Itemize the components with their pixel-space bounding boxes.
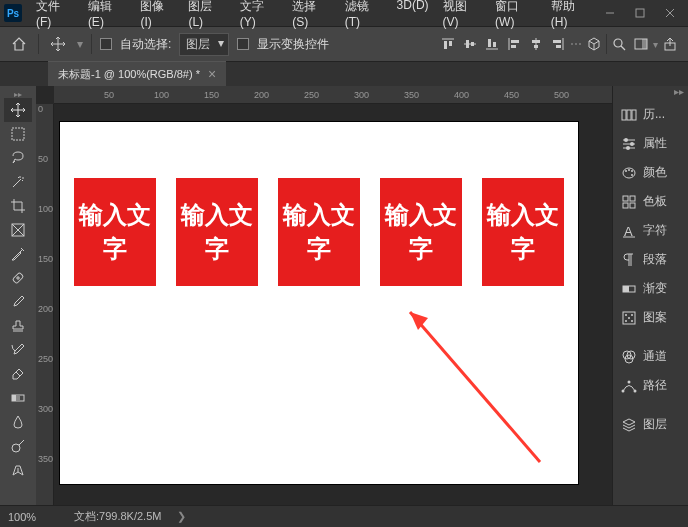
- panel-color[interactable]: 颜色: [613, 158, 688, 187]
- svg-point-64: [625, 314, 627, 316]
- align-left-icon[interactable]: [504, 34, 524, 54]
- maximize-button[interactable]: [626, 3, 654, 23]
- magic-wand-tool[interactable]: [4, 170, 32, 194]
- svg-rect-11: [488, 39, 491, 47]
- menu-layer[interactable]: 图层(L): [182, 0, 231, 32]
- show-transform-checkbox[interactable]: [237, 38, 249, 50]
- crop-tool[interactable]: [4, 194, 32, 218]
- dodge-tool[interactable]: [4, 434, 32, 458]
- document-tab[interactable]: 未标题-1 @ 100%(RGB/8#) * ×: [48, 61, 226, 86]
- tab-title: 未标题-1 @ 100%(RGB/8#) *: [58, 67, 200, 82]
- svg-rect-41: [622, 110, 626, 120]
- toolbox-handle[interactable]: ▸▸: [8, 90, 28, 98]
- svg-rect-21: [556, 45, 561, 48]
- home-icon[interactable]: [8, 33, 30, 55]
- blur-tool[interactable]: [4, 410, 32, 434]
- panel-channels[interactable]: 通道: [613, 342, 688, 371]
- svg-rect-17: [532, 40, 540, 43]
- text-box-4[interactable]: 输入文字: [380, 178, 462, 286]
- menu-type[interactable]: 文字(Y): [234, 0, 285, 32]
- app-logo: Ps: [4, 4, 22, 22]
- panel-history[interactable]: 历...: [613, 100, 688, 129]
- panel-dock: ▸▸ 历... 属性 颜色 色板 A字符 段落 渐变 图案 通道 路径 图层: [612, 86, 688, 505]
- show-transform-label: 显示变换控件: [257, 36, 329, 53]
- menu-view[interactable]: 视图(V): [437, 0, 488, 32]
- frame-tool[interactable]: [4, 218, 32, 242]
- menu-help[interactable]: 帮助(H): [545, 0, 596, 32]
- menu-3d[interactable]: 3D(D): [391, 0, 435, 32]
- svg-point-51: [625, 170, 627, 172]
- panel-pattern[interactable]: 图案: [613, 303, 688, 332]
- svg-rect-43: [632, 110, 636, 120]
- menu-bar: 文件(F) 编辑(E) 图像(I) 图层(L) 文字(Y) 选择(S) 滤镜(T…: [30, 0, 596, 32]
- panel-swatches[interactable]: 色板: [613, 187, 688, 216]
- tab-close-icon[interactable]: ×: [208, 66, 216, 82]
- close-button[interactable]: [656, 3, 684, 23]
- minimize-button[interactable]: [596, 3, 624, 23]
- svg-rect-42: [627, 110, 631, 120]
- workspace-icon[interactable]: [631, 34, 651, 54]
- text-box-1[interactable]: 输入文字: [74, 178, 156, 286]
- history-brush-tool[interactable]: [4, 338, 32, 362]
- lasso-tool[interactable]: [4, 146, 32, 170]
- text-box-3[interactable]: 输入文字: [278, 178, 360, 286]
- svg-rect-36: [16, 395, 20, 401]
- brush-tool[interactable]: [4, 290, 32, 314]
- stamp-tool[interactable]: [4, 314, 32, 338]
- svg-rect-56: [630, 196, 635, 201]
- svg-point-54: [631, 174, 633, 176]
- align-top-icon[interactable]: [438, 34, 458, 54]
- align-vcenter-icon[interactable]: [460, 34, 480, 54]
- panel-layers[interactable]: 图层: [613, 410, 688, 439]
- panel-character[interactable]: A字符: [613, 216, 688, 245]
- marquee-tool[interactable]: [4, 122, 32, 146]
- zoom-level[interactable]: 100%: [8, 511, 58, 523]
- svg-point-53: [631, 170, 633, 172]
- svg-point-74: [628, 380, 631, 383]
- move-tool[interactable]: [4, 98, 32, 122]
- menu-window[interactable]: 窗口(W): [489, 0, 543, 32]
- eraser-tool[interactable]: [4, 362, 32, 386]
- window-controls: [596, 3, 684, 23]
- ruler-vertical: 0 50 100 150 200 250 300 350: [36, 104, 54, 505]
- panel-gradient[interactable]: 渐变: [613, 274, 688, 303]
- panel-paths[interactable]: 路径: [613, 371, 688, 400]
- menu-edit[interactable]: 编辑(E): [82, 0, 133, 32]
- doc-info: 文档:799.8K/2.5M: [74, 509, 161, 524]
- panel-properties[interactable]: 属性: [613, 129, 688, 158]
- svg-rect-58: [630, 203, 635, 208]
- gradient-tool[interactable]: [4, 386, 32, 410]
- canvas[interactable]: 输入文字 输入文字 输入文字 输入文字 输入文字: [60, 122, 578, 484]
- menu-image[interactable]: 图像(I): [134, 0, 180, 32]
- status-chevron-icon[interactable]: ❯: [177, 510, 186, 523]
- align-bottom-icon[interactable]: [482, 34, 502, 54]
- text-box-5[interactable]: 输入文字: [482, 178, 564, 286]
- auto-select-dropdown[interactable]: 图层: [179, 33, 229, 56]
- healing-tool[interactable]: [4, 266, 32, 290]
- svg-rect-25: [642, 39, 647, 49]
- panel-collapse-handle[interactable]: ▸▸: [613, 86, 688, 100]
- search-icon[interactable]: [609, 34, 629, 54]
- share-icon[interactable]: [660, 34, 680, 54]
- workspace: ▸▸ 0 50 100 150 200 250 300 350 50 100: [0, 86, 688, 505]
- align-right-icon[interactable]: [548, 34, 568, 54]
- canvas-viewport[interactable]: 输入文字 输入文字 输入文字 输入文字 输入文字: [36, 104, 612, 505]
- svg-rect-5: [444, 41, 447, 49]
- align-hcenter-icon[interactable]: [526, 34, 546, 54]
- mode-3d-icon[interactable]: [584, 34, 604, 54]
- auto-select-checkbox[interactable]: [100, 38, 112, 50]
- menu-file[interactable]: 文件(F): [30, 0, 80, 32]
- svg-point-52: [628, 169, 630, 171]
- menu-filter[interactable]: 滤镜(T): [339, 0, 389, 32]
- svg-point-66: [628, 317, 630, 319]
- pen-tool[interactable]: [4, 458, 32, 482]
- svg-point-22: [614, 39, 622, 47]
- text-box-2[interactable]: 输入文字: [176, 178, 258, 286]
- menu-select[interactable]: 选择(S): [286, 0, 337, 32]
- eyedropper-tool[interactable]: [4, 242, 32, 266]
- svg-rect-8: [466, 40, 469, 48]
- auto-select-label: 自动选择:: [120, 36, 171, 53]
- move-tool-icon[interactable]: [47, 33, 69, 55]
- annotation-arrow: [390, 292, 570, 472]
- panel-paragraph[interactable]: 段落: [613, 245, 688, 274]
